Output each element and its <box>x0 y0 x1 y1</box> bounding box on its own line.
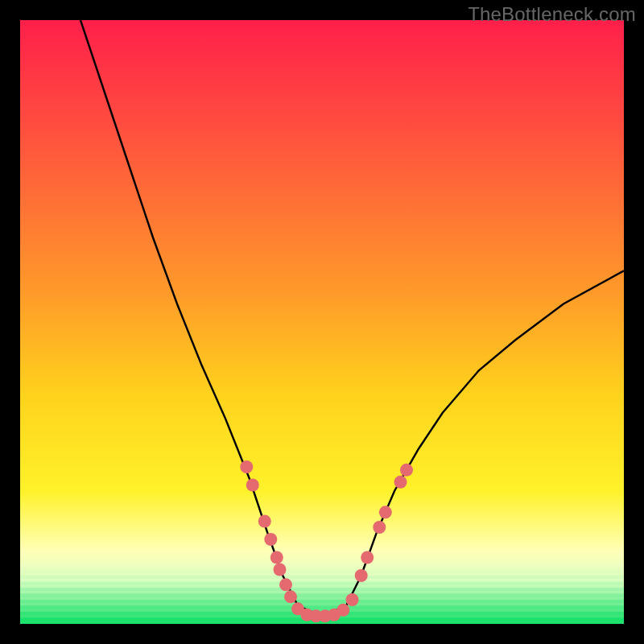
highlight-dot <box>400 464 413 477</box>
highlight-dot <box>258 515 271 528</box>
svg-rect-4 <box>20 588 624 591</box>
highlight-dot <box>355 569 368 582</box>
highlight-dot <box>246 479 259 492</box>
svg-rect-7 <box>20 606 624 609</box>
highlight-dot <box>279 578 292 591</box>
highlight-dot <box>336 604 349 617</box>
svg-rect-1 <box>20 570 624 573</box>
chart-frame: TheBottleneck.com <box>0 0 644 644</box>
svg-rect-3 <box>20 582 624 585</box>
plot-area <box>20 20 624 624</box>
watermark-text: TheBottleneck.com <box>468 3 636 26</box>
highlight-dot <box>361 551 374 564</box>
highlight-dot <box>270 551 283 564</box>
svg-rect-6 <box>20 600 624 603</box>
highlight-dot <box>373 521 386 534</box>
svg-rect-0 <box>20 564 624 567</box>
highlight-dot <box>240 460 253 473</box>
chart-svg <box>20 20 624 624</box>
svg-rect-5 <box>20 594 624 597</box>
highlight-dot <box>284 590 297 603</box>
highlight-dot <box>274 564 287 576</box>
highlight-dot <box>264 533 277 546</box>
highlight-dot <box>394 476 407 489</box>
highlight-dot <box>346 593 359 606</box>
highlight-dot <box>379 506 392 518</box>
svg-rect-2 <box>20 576 624 579</box>
